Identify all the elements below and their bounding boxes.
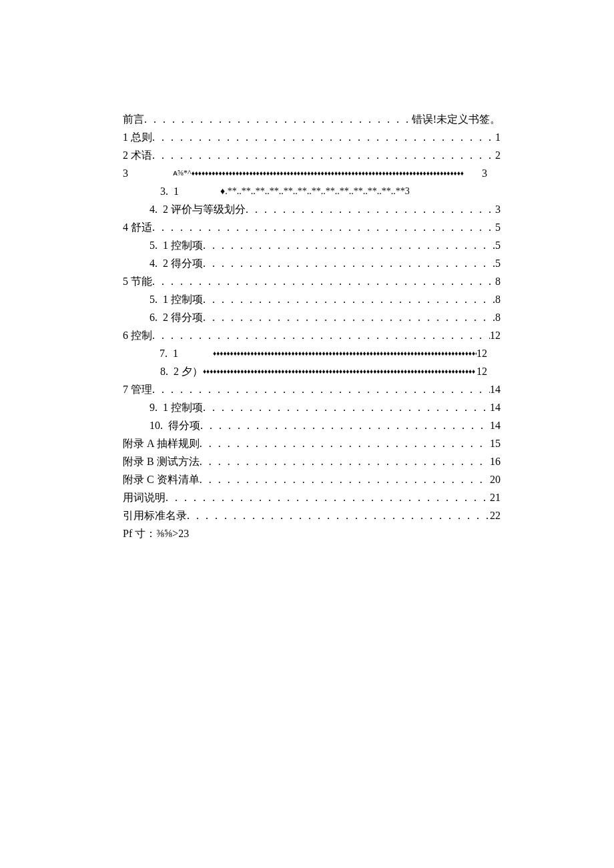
toc-page-num: 12 [477,344,487,362]
toc-leader: . . . . . . . . . . . . . . . . . . . . … [152,272,495,290]
toc-leader: ♦♦♦♦♦♦♦♦♦♦♦♦♦♦♦♦♦♦♦♦♦♦♦♦♦♦♦♦♦♦♦♦♦♦♦♦♦♦♦♦… [203,362,477,380]
toc-subnum: 3. [149,182,168,200]
toc-appC: 附录 C 资料清单 . . . . . . . . . . . . . . . … [123,470,501,488]
toc-page-num: 14 [490,380,501,398]
toc-s4-2: 4. 2 得分项 . . . . . . . . . . . . . . . .… [123,254,501,272]
toc-page-num: 16 [490,452,501,470]
toc-sub: 1 [173,344,213,362]
toc-sub: 1 控制项 [163,398,203,416]
toc-page-num: 3 [495,200,501,218]
toc-page-num: 8 [495,290,501,308]
toc-page-num: 8 [495,308,501,326]
toc-leader: . . . . . . . . . . . . . . . . . . . . … [203,308,495,326]
toc-leader-text: ♦.**..**..**..**..**..**..**..**..**..**… [220,182,410,200]
toc-page-num: 5 [495,236,501,254]
toc-page: 前言 . . . . . . . . . . . . . . . . . . .… [0,0,614,868]
toc-subnum: 5. [149,290,158,308]
toc-appA: 附录 A 抽样规则 . . . . . . . . . . . . . . . … [123,434,501,452]
toc-sub: 2 评价与等级划分 [163,200,246,218]
toc-page-num: 3 [482,164,487,182]
toc-leader: . . . . . . . . . . . . . . . . . . . . … [152,128,495,146]
toc-leader: . . . . . . . . . . . . . . . . . . . . … [144,110,412,128]
toc-leader: . . . . . . . . . . . . . . . . . . . . … [200,416,490,434]
toc-page-num: 8 [495,272,501,290]
toc-leader: . . . . . . . . . . . . . . . . . . . . … [200,434,490,452]
toc-subnum: 7. [149,344,168,362]
toc-page-num: 5 [495,254,501,272]
toc-leader: . . . . . . . . . . . . . . . . . . . . … [187,506,490,524]
toc-sub: 2 得分项 [163,254,203,272]
toc-page-num: 21 [490,488,501,506]
toc-s3: 3 ᴀ⅝*^ ♦♦♦♦♦♦♦♦♦♦♦♦♦♦♦♦♦♦♦♦♦♦♦♦♦♦♦♦♦♦♦♦♦… [123,164,501,182]
toc-leader: . . . . . . . . . . . . . . . . . . . . … [203,236,495,254]
toc-leader: . . . . . . . . . . . . . . . . . . . . … [200,452,490,470]
toc-s4: 4 舒适 . . . . . . . . . . . . . . . . . .… [123,218,501,236]
toc-s1: 1 总则 . . . . . . . . . . . . . . . . . .… [123,128,501,146]
toc-page-num: 12 [477,362,487,380]
toc-terms: 用词说明 . . . . . . . . . . . . . . . . . .… [123,488,501,506]
toc-page-num: 错误!未定义书签。 [412,110,501,128]
toc-label: 1 总则 [123,128,152,146]
toc-page-num: 14 [490,416,501,434]
toc-s2: 2 术语 . . . . . . . . . . . . . . . . . .… [123,146,501,164]
toc-sub: 1 [174,182,220,200]
toc-prefix: ᴀ⅝*^ [173,164,192,182]
toc-page-num: 22 [490,506,501,524]
toc-leader: . . . . . . . . . . . . . . . . . . . . … [200,470,490,488]
toc-sub: 1 控制项 [163,290,203,308]
toc-leader: . . . . . . . . . . . . . . . . . . . . … [152,218,495,236]
toc-subnum: 4. [149,254,158,272]
toc-sub: 得分项 [168,416,200,434]
toc-s5-2: 6. 2 得分项 . . . . . . . . . . . . . . . .… [123,308,501,326]
toc-s6-2: 8. 2 夕） ♦♦♦♦♦♦♦♦♦♦♦♦♦♦♦♦♦♦♦♦♦♦♦♦♦♦♦♦♦♦♦♦… [123,362,501,380]
toc-page-num: 12 [490,326,501,344]
toc-s6: 6 控制 . . . . . . . . . . . . . . . . . .… [123,326,501,344]
toc-page-num: 20 [490,470,501,488]
toc-pf: Pf 寸：⅜⅝>23 [123,524,501,542]
toc-refs: 引用标准名录 . . . . . . . . . . . . . . . . .… [123,506,501,524]
toc-label: 6 控制 [123,326,152,344]
toc-leader: . . . . . . . . . . . . . . . . . . . . … [203,290,495,308]
toc-label: 2 术语 [123,146,152,164]
toc-subnum: 5. [149,236,158,254]
toc-page-num: 5 [495,218,501,236]
toc-s6-1: 7. 1 ♦♦♦♦♦♦♦♦♦♦♦♦♦♦♦♦♦♦♦♦♦♦♦♦♦♦♦♦♦♦♦♦♦♦♦… [123,344,501,362]
toc-page-num: 14 [490,398,501,416]
toc-label: 引用标准名录 [123,506,187,524]
toc-subnum: 4. [149,200,158,218]
toc-s7-2: 10. 得分项 . . . . . . . . . . . . . . . . … [123,416,501,434]
toc-leader: . . . . . . . . . . . . . . . . . . . . … [246,200,495,218]
toc-label: Pf 寸：⅜⅝>23 [123,524,189,542]
toc-subnum: 9. [149,398,158,416]
toc-sub: 2 夕） [174,362,203,380]
toc-leader: . . . . . . . . . . . . . . . . . . . . … [152,380,490,398]
toc-s3-2: 4. 2 评价与等级划分 . . . . . . . . . . . . . .… [123,200,501,218]
toc-label: 用词说明 [123,488,166,506]
toc-subnum: 6. [149,308,158,326]
toc-page-num: 15 [490,434,501,452]
toc-label: 附录 B 测试方法 [123,452,200,470]
toc-leader: . . . . . . . . . . . . . . . . . . . . … [152,146,495,164]
toc-s5-1: 5. 1 控制项 . . . . . . . . . . . . . . . .… [123,290,501,308]
toc-subnum: 8. [149,362,168,380]
toc-leader: ♦♦♦♦♦♦♦♦♦♦♦♦♦♦♦♦♦♦♦♦♦♦♦♦♦♦♦♦♦♦♦♦♦♦♦♦♦♦♦♦… [192,164,482,182]
toc-label: 附录 A 抽样规则 [123,434,200,452]
toc-leader: ♦♦♦♦♦♦♦♦♦♦♦♦♦♦♦♦♦♦♦♦♦♦♦♦♦♦♦♦♦♦♦♦♦♦♦♦♦♦♦♦… [213,344,477,362]
toc-s7: 7 管理 . . . . . . . . . . . . . . . . . .… [123,380,501,398]
toc-subnum: 10. [149,416,163,434]
toc-preface: 前言 . . . . . . . . . . . . . . . . . . .… [123,110,501,128]
toc-label: 3 [123,164,173,182]
toc-sub: 2 得分项 [163,308,203,326]
toc-s5: 5 节能 . . . . . . . . . . . . . . . . . .… [123,272,501,290]
toc-label: 7 管理 [123,380,152,398]
toc-s3-1: 3. 1 ♦.**..**..**..**..**..**..**..**..*… [123,182,501,200]
toc-page-num: 1 [495,128,501,146]
toc-leader: . . . . . . . . . . . . . . . . . . . . … [203,254,495,272]
toc-page-num: 2 [495,146,501,164]
toc-s4-1: 5. 1 控制项 . . . . . . . . . . . . . . . .… [123,236,501,254]
toc-label: 5 节能 [123,272,152,290]
toc-label: 附录 C 资料清单 [123,470,200,488]
toc-label: 4 舒适 [123,218,152,236]
toc-appB: 附录 B 测试方法 . . . . . . . . . . . . . . . … [123,452,501,470]
toc-leader: . . . . . . . . . . . . . . . . . . . . … [203,398,490,416]
